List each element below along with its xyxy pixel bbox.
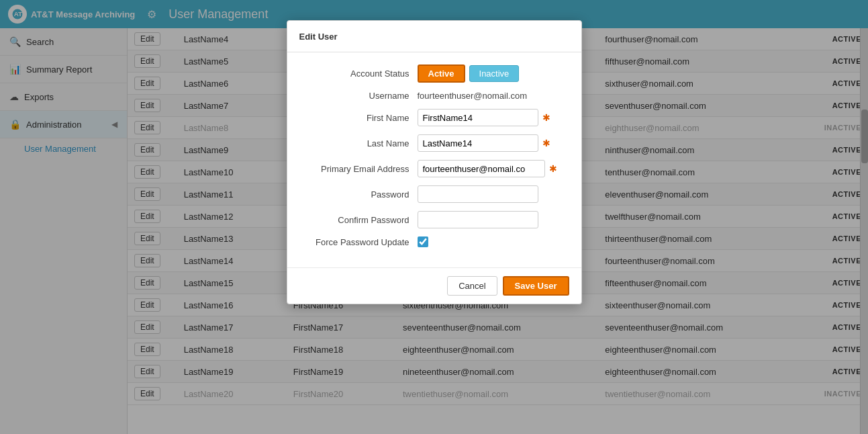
email-control: ✱ [418,160,565,177]
email-row: Primary Email Address ✱ [303,160,565,177]
last-name-required: ✱ [542,138,550,148]
force-password-label: Force Password Update [303,237,418,247]
edit-user-modal: Edit User Account Status Active Inactive… [287,20,582,304]
force-password-control [418,236,565,247]
confirm-password-label: Confirm Password [303,215,418,225]
modal-overlay: Edit User Account Status Active Inactive… [0,0,868,434]
username-row: Username fourteenthuser@nomail.com [303,91,565,101]
account-status-row: Account Status Active Inactive [303,64,565,83]
password-label: Password [303,189,418,200]
first-name-input[interactable] [418,109,538,126]
password-row: Password [303,185,565,203]
last-name-control: ✱ [418,134,565,152]
email-label: Primary Email Address [303,164,418,174]
cancel-button[interactable]: Cancel [447,276,497,296]
username-control: fourteenthuser@nomail.com [418,91,565,101]
last-name-label: Last Name [303,138,418,148]
modal-body: Account Status Active Inactive Username … [287,52,581,267]
account-status-label: Account Status [303,69,418,79]
confirm-password-control [418,211,565,228]
first-name-required: ✱ [542,112,550,123]
last-name-row: Last Name ✱ [303,134,565,152]
modal-header: Edit User [287,21,581,52]
force-password-checkbox[interactable] [418,236,428,247]
username-value: fourteenthuser@nomail.com [418,91,528,101]
email-required: ✱ [549,163,557,174]
account-status-control: Active Inactive [418,64,565,83]
last-name-input[interactable] [418,134,538,152]
password-input[interactable] [418,185,538,203]
status-inactive-button[interactable]: Inactive [469,65,520,82]
first-name-control: ✱ [418,109,565,126]
first-name-label: First Name [303,113,418,123]
modal-title: Edit User [299,32,338,42]
confirm-password-row: Confirm Password [303,211,565,228]
force-password-row: Force Password Update [303,236,565,247]
save-user-button[interactable]: Save User [503,276,569,296]
confirm-password-input[interactable] [418,211,538,228]
status-active-button[interactable]: Active [418,64,465,83]
first-name-row: First Name ✱ [303,109,565,126]
email-input[interactable] [418,160,545,177]
username-label: Username [303,91,418,101]
modal-footer: Cancel Save User [287,267,581,304]
password-control [418,185,565,203]
